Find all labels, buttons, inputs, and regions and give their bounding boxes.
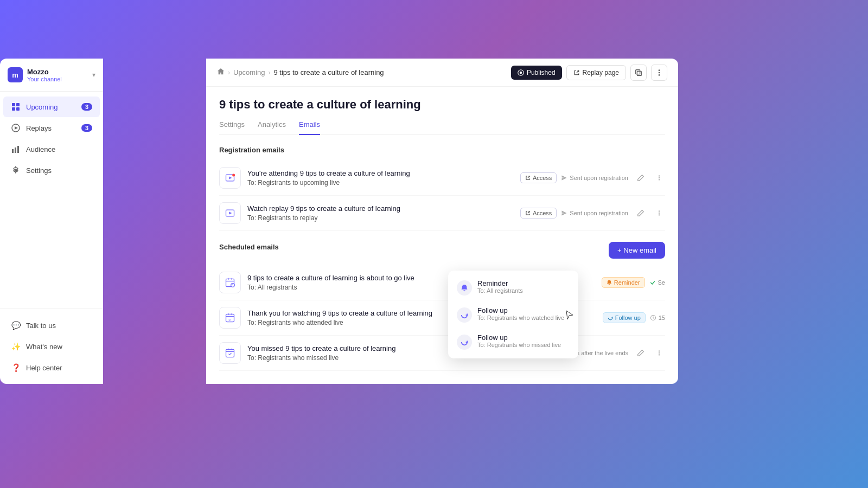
- sidebar-item-settings[interactable]: Settings: [3, 160, 100, 181]
- dropdown-item-followup-missed[interactable]: Follow up To: Registrants who missed liv…: [448, 328, 578, 355]
- svg-rect-39: [226, 349, 234, 357]
- svg-rect-3: [16, 107, 20, 111]
- scheduled-email-3-icon: [219, 342, 241, 364]
- published-label: Published: [527, 69, 556, 76]
- sidebar-item-upcoming-label: Upcoming: [26, 103, 81, 111]
- breadcrumb: › Upcoming › 9 tips to create a culture …: [217, 68, 511, 77]
- sidebar-item-whats-new[interactable]: ✨ What's new: [3, 336, 100, 357]
- dropdown-followup-2-sub: To: Registrants who missed live: [477, 342, 561, 348]
- registration-email-1: You're attending 9 tips to create a cult…: [219, 160, 665, 196]
- registration-email-2: Watch replay 9 tips to create a culture …: [219, 196, 665, 231]
- dropdown-followup-1-text: Follow up To: Registrants who watched li…: [477, 306, 564, 321]
- svg-rect-1: [16, 103, 20, 106]
- breadcrumb-upcoming[interactable]: Upcoming: [233, 68, 265, 76]
- scheduled-email-3: You missed 9 tips to create a culture of…: [219, 336, 665, 371]
- tab-settings[interactable]: Settings: [219, 120, 245, 135]
- svg-rect-2: [12, 107, 15, 111]
- replay-page-label: Replay page: [583, 69, 619, 76]
- upcoming-badge: 3: [81, 103, 92, 111]
- svg-rect-7: [15, 147, 16, 153]
- svg-point-27: [659, 214, 660, 215]
- access-badge-2: Access: [520, 208, 557, 219]
- registration-email-2-title: Watch replay 9 tips to create a culture …: [247, 204, 514, 213]
- refresh-icon-1: [457, 307, 472, 323]
- sidebar-nav: Upcoming 3 Replays 3 Audience Settings: [0, 92, 103, 309]
- sidebar-item-talk-to-us[interactable]: 💬 Talk to us: [3, 315, 100, 336]
- svg-rect-13: [636, 69, 640, 74]
- gear-icon: [11, 165, 21, 175]
- more-options-button[interactable]: [651, 65, 667, 81]
- more-button-3[interactable]: [653, 347, 665, 359]
- page-scroll-content: 9 tips to create a culture of learning S…: [206, 87, 678, 384]
- registration-email-2-info: Watch replay 9 tips to create a culture …: [247, 204, 514, 222]
- live-email-icon: [219, 167, 241, 189]
- scheduled-emails-header: Scheduled emails + New email: [219, 242, 665, 259]
- svg-point-25: [659, 210, 660, 211]
- svg-rect-0: [12, 103, 15, 106]
- svg-rect-12: [637, 71, 641, 75]
- svg-point-45: [659, 352, 660, 354]
- play-icon: [11, 123, 21, 133]
- svg-marker-24: [229, 212, 232, 215]
- sidebar-item-settings-label: Settings: [26, 166, 92, 175]
- chevron-down-icon: ▾: [92, 71, 95, 79]
- svg-text:0: 0: [229, 318, 231, 322]
- followup-badge-1: Follow up: [603, 312, 646, 323]
- published-button[interactable]: Published: [511, 66, 562, 80]
- registration-email-1-title: You're attending 9 tips to create a cult…: [247, 169, 514, 177]
- sidebar-brand[interactable]: m Mozzo Your channel ▾: [0, 59, 103, 92]
- brand-subtitle: Your channel: [27, 76, 92, 82]
- sidebar-item-audience[interactable]: Audience: [3, 139, 100, 159]
- main-content: › Upcoming › 9 tips to create a culture …: [206, 59, 678, 384]
- sidebar-item-upcoming[interactable]: Upcoming 3: [3, 97, 100, 117]
- sidebar-item-replays[interactable]: Replays 3: [3, 118, 100, 138]
- replay-page-button[interactable]: Replay page: [566, 65, 626, 80]
- svg-point-20: [659, 175, 660, 176]
- breadcrumb-sep-2: ›: [269, 69, 271, 76]
- more-button-2[interactable]: [653, 207, 665, 219]
- sidebar-bottom: 💬 Talk to us ✨ What's new ❓ Help center: [0, 309, 103, 384]
- dropdown-followup-1-label: Follow up: [477, 306, 564, 314]
- scheduled-email-2: 0 Thank you for watching 9 tips to creat…: [219, 300, 665, 336]
- svg-point-16: [659, 74, 660, 76]
- dropdown-item-followup-watched[interactable]: Follow up To: Registrants who watched li…: [448, 301, 578, 328]
- svg-point-9: [15, 169, 17, 172]
- sidebar-item-help-center[interactable]: ❓ Help center: [3, 357, 100, 378]
- tab-emails[interactable]: Emails: [299, 120, 320, 135]
- help-center-label: Help center: [26, 364, 92, 372]
- svg-marker-18: [229, 177, 232, 179]
- breadcrumb-home[interactable]: [217, 68, 225, 77]
- tabs: Settings Analytics Emails: [219, 120, 665, 135]
- dropdown-followup-2-text: Follow up To: Registrants who missed liv…: [477, 333, 561, 348]
- copy-button[interactable]: [630, 65, 647, 81]
- more-button-1[interactable]: [653, 172, 665, 184]
- tab-analytics[interactable]: Analytics: [258, 120, 286, 135]
- scheduled-email-2-icon: 0: [219, 307, 241, 329]
- avatar: m: [8, 67, 23, 82]
- dropdown-followup-2-label: Follow up: [477, 333, 561, 342]
- dropdown-item-reminder[interactable]: Reminder To: All registrants: [448, 274, 578, 301]
- svg-point-22: [659, 179, 660, 180]
- new-email-button[interactable]: + New email: [609, 242, 665, 259]
- svg-point-11: [520, 71, 522, 74]
- registration-email-1-meta: Access Sent upon registration: [520, 172, 628, 183]
- reminder-badge: Reminder: [602, 277, 645, 288]
- svg-point-21: [659, 177, 660, 178]
- grid-icon: [11, 102, 21, 112]
- page-title: 9 tips to create a culture of learning: [219, 98, 665, 112]
- access-badge-1: Access: [520, 172, 557, 183]
- svg-rect-6: [12, 149, 14, 153]
- edit-button-2[interactable]: [635, 207, 647, 219]
- scheduled-email-2-meta: Follow up 15: [603, 312, 665, 323]
- chat-icon: 💬: [11, 320, 21, 330]
- edit-button-3[interactable]: [635, 347, 647, 359]
- registration-email-2-meta: Access Sent upon registration: [520, 208, 628, 219]
- edit-button-1[interactable]: [635, 172, 647, 184]
- talk-to-us-label: Talk to us: [26, 322, 92, 330]
- dropdown-followup-1-sub: To: Registrants who watched live: [477, 314, 564, 321]
- brand-name: Mozzo: [27, 68, 92, 76]
- new-email-dropdown: Reminder To: All registrants Follow up T…: [448, 271, 578, 358]
- scheduled-email-1: 9 tips to create a culture of learning i…: [219, 265, 665, 300]
- registration-emails-title: Registration emails: [219, 146, 665, 154]
- svg-point-15: [659, 72, 660, 73]
